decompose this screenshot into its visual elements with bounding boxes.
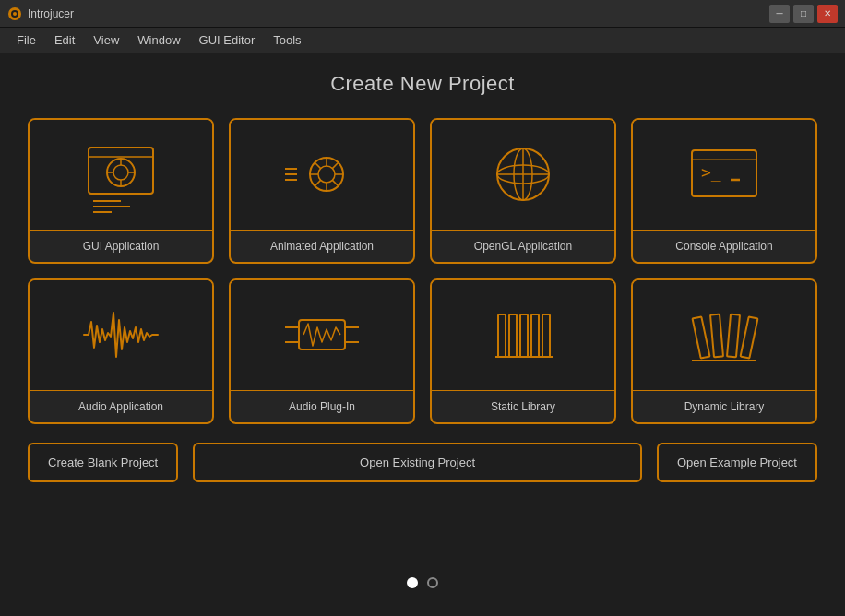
window-controls: ─ □ ✕ <box>769 5 838 23</box>
card-label-gui: GUI Application <box>76 231 167 262</box>
card-audio-plugin[interactable]: Audio Plug-In <box>229 278 415 424</box>
card-audio-application[interactable]: Audio Application <box>28 278 214 424</box>
card-label-audio: Audio Application <box>71 391 171 422</box>
card-label-opengl: OpenGL Application <box>467 231 579 262</box>
svg-rect-36 <box>299 320 345 349</box>
close-button[interactable]: ✕ <box>817 5 838 23</box>
card-icon-audioplugin <box>231 280 413 391</box>
svg-rect-50 <box>741 316 758 358</box>
svg-line-24 <box>332 180 338 185</box>
card-label-audioplugin: Audio Plug-In <box>281 391 363 422</box>
page-title: Create New Project <box>330 72 515 96</box>
svg-rect-49 <box>727 314 740 357</box>
pagination <box>407 577 438 598</box>
window-title: Introjucer <box>28 7 769 20</box>
menu-item-edit[interactable]: Edit <box>45 30 84 51</box>
app-icon <box>7 6 22 21</box>
svg-rect-45 <box>542 314 550 357</box>
card-icon-dynamiclib <box>633 280 815 391</box>
svg-line-26 <box>315 180 320 185</box>
card-static-library[interactable]: Static Library <box>430 278 616 424</box>
svg-rect-48 <box>710 314 723 357</box>
svg-rect-44 <box>531 314 539 357</box>
menu-item-file[interactable]: File <box>7 30 45 51</box>
card-label-dynamiclib: Dynamic Library <box>677 391 772 422</box>
svg-line-25 <box>332 162 338 168</box>
menu-item-gui-editor[interactable]: GUI Editor <box>190 30 265 51</box>
svg-text:>_: >_ <box>701 162 721 182</box>
menu-item-view[interactable]: View <box>84 30 128 51</box>
svg-line-23 <box>315 162 320 168</box>
create-blank-button[interactable]: Create Blank Project <box>28 443 178 482</box>
card-opengl-application[interactable]: OpenGL Application <box>430 118 616 264</box>
svg-rect-43 <box>520 314 528 357</box>
main-content: Create New Project <box>0 53 845 616</box>
menu-item-window[interactable]: Window <box>128 30 189 51</box>
card-icon-animated <box>231 120 413 231</box>
bottom-buttons: Create Blank Project Open Existing Proje… <box>28 443 817 482</box>
maximize-button[interactable]: □ <box>793 5 814 23</box>
open-existing-button[interactable]: Open Existing Project <box>193 443 642 482</box>
card-console-application[interactable]: >_ Console Application <box>631 118 817 264</box>
card-label-console: Console Application <box>668 231 780 262</box>
card-label-staticlib: Static Library <box>483 391 563 422</box>
svg-rect-41 <box>498 314 506 357</box>
card-label-animated: Animated Application <box>263 231 381 262</box>
card-gui-application[interactable]: GUI Application <box>28 118 214 264</box>
pagination-dot-2[interactable] <box>427 577 438 588</box>
project-grid: GUI Application <box>28 118 817 424</box>
open-example-button[interactable]: Open Example Project <box>657 443 817 482</box>
card-icon-staticlib <box>432 280 614 391</box>
pagination-dot-1[interactable] <box>407 577 418 588</box>
card-icon-audio <box>30 280 212 391</box>
card-icon-gui <box>30 120 212 231</box>
card-icon-opengl <box>432 120 614 231</box>
menu-bar: FileEditViewWindowGUI EditorTools <box>0 28 845 53</box>
svg-rect-47 <box>693 316 710 358</box>
card-animated-application[interactable]: Animated Application <box>229 118 415 264</box>
title-bar: Introjucer ─ □ ✕ <box>0 0 845 28</box>
svg-point-18 <box>318 166 335 183</box>
card-dynamic-library[interactable]: Dynamic Library <box>631 278 817 424</box>
svg-point-6 <box>113 165 128 180</box>
minimize-button[interactable]: ─ <box>769 5 790 23</box>
svg-rect-42 <box>509 314 517 357</box>
svg-point-2 <box>13 12 17 16</box>
menu-item-tools[interactable]: Tools <box>264 30 310 51</box>
card-icon-console: >_ <box>633 120 815 231</box>
